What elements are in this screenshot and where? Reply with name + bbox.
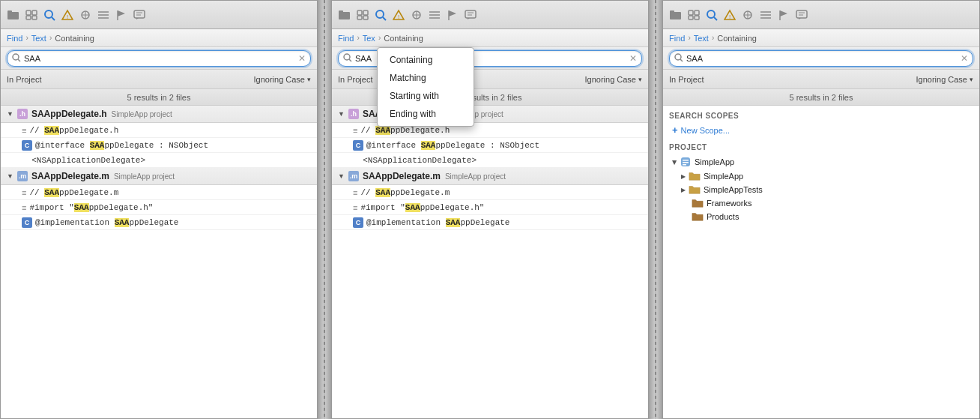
search-input-wrapper-left: ✕ bbox=[7, 50, 311, 67]
toolbar-msg-icon-m[interactable] bbox=[464, 8, 477, 22]
breadcrumb-find-r[interactable]: Find bbox=[669, 34, 685, 43]
filter-scope-left[interactable]: In Project bbox=[7, 75, 41, 84]
breadcrumb-containing-m: Containing bbox=[384, 34, 423, 43]
project-label: PROJECT bbox=[669, 143, 973, 151]
tree-label-products: Products bbox=[707, 212, 739, 221]
tree-triangle-tests: ▶ bbox=[681, 187, 686, 193]
doc-icon-m-2-2: ≡ bbox=[353, 203, 357, 212]
dropdown-item-matching[interactable]: Matching bbox=[378, 69, 474, 87]
tree-item-products[interactable]: Products bbox=[669, 210, 973, 223]
file-group-header-m[interactable]: ▼ .m SAAppDelegate.m SimpleApp project bbox=[1, 168, 317, 185]
filter-case-left[interactable]: Ignoring Case ▾ bbox=[254, 75, 312, 84]
tree-item-frameworks[interactable]: Frameworks bbox=[669, 196, 973, 210]
svg-rect-49 bbox=[670, 10, 674, 13]
toolbar-folder-icon[interactable] bbox=[7, 8, 20, 22]
toolbar-lines-icon-r[interactable] bbox=[759, 8, 772, 22]
result-item-m-2-3[interactable]: C @implementation SAAppDelegate bbox=[332, 215, 648, 230]
svg-rect-28 bbox=[357, 16, 362, 19]
result-item-m-2-1[interactable]: ≡ // SAAppDelegate.m bbox=[332, 185, 648, 200]
toolbar-diamond-icon[interactable] bbox=[79, 8, 92, 22]
toolbar-left: ! bbox=[1, 1, 317, 29]
file-name-h: SAAppDelegate.h bbox=[31, 109, 107, 119]
svg-point-22 bbox=[13, 54, 19, 60]
toolbar-flag-icon[interactable] bbox=[115, 8, 128, 22]
search-input-left[interactable] bbox=[24, 54, 297, 63]
results-list-left[interactable]: ▼ .h SAAppDelegate.h SimpleApp project ≡… bbox=[1, 106, 317, 418]
new-scope-item[interactable]: + New Scope... bbox=[669, 123, 973, 137]
toolbar-lines-icon-m[interactable] bbox=[428, 8, 441, 22]
new-scope-label[interactable]: New Scope... bbox=[681, 126, 730, 135]
tree-item-simpleapptests[interactable]: ▶ SimpleAppTests bbox=[669, 183, 973, 196]
result-item-1-2[interactable]: C @interface SAAppDelegate : NSObject bbox=[1, 138, 317, 153]
search-icon-m[interactable] bbox=[343, 53, 352, 64]
breadcrumb-find[interactable]: Find bbox=[7, 34, 22, 43]
toolbar-warn-icon-m[interactable]: ! bbox=[392, 8, 405, 22]
toolbar-search-icon-r[interactable] bbox=[705, 8, 719, 22]
breadcrumb-text[interactable]: Text bbox=[31, 34, 46, 43]
search-clear-middle[interactable]: ✕ bbox=[629, 53, 637, 64]
toolbar-diamond-icon-r[interactable] bbox=[741, 8, 754, 22]
result-item-1-1[interactable]: ≡ // SAAppDelegate.h bbox=[1, 123, 317, 138]
svg-rect-5 bbox=[32, 16, 37, 19]
dropdown-item-starting-with[interactable]: Starting with bbox=[378, 87, 474, 105]
folder-icon-tests bbox=[689, 184, 701, 195]
toolbar-grid-icon[interactable] bbox=[25, 8, 38, 22]
search-icon-left[interactable] bbox=[12, 53, 21, 64]
result-text-2-3: @implementation SAAppDelegate bbox=[35, 218, 178, 227]
toolbar-warn-icon-r[interactable]: ! bbox=[723, 8, 736, 22]
result-item-2-2[interactable]: ≡ #import "SAAppDelegate.h" bbox=[1, 200, 317, 215]
results-summary-left: 5 results in 2 files bbox=[1, 89, 317, 106]
dropdown-item-ending-with[interactable]: Ending with bbox=[378, 105, 474, 123]
result-item-m-2-2[interactable]: ≡ #import "SAAppDelegate.h" bbox=[332, 200, 648, 215]
group-triangle-m-m: ▼ bbox=[338, 172, 345, 180]
toolbar-flag-icon-r[interactable] bbox=[777, 8, 790, 22]
toolbar-flag-icon-m[interactable] bbox=[446, 8, 459, 22]
svg-marker-64 bbox=[780, 10, 787, 16]
file-group-header-m-m[interactable]: ▼ .m SAAppDelegate.m SimpleApp project bbox=[332, 168, 648, 185]
svg-point-46 bbox=[344, 54, 350, 60]
svg-rect-3 bbox=[32, 10, 37, 15]
result-item-2-3[interactable]: C @implementation SAAppDelegate bbox=[1, 215, 317, 230]
search-clear-left[interactable]: ✕ bbox=[298, 53, 306, 64]
search-input-right[interactable] bbox=[686, 54, 959, 63]
results-list-middle[interactable]: ▼ .h SAAppDelegate.h SimpleApp project ≡… bbox=[332, 106, 648, 418]
svg-rect-50 bbox=[689, 10, 693, 15]
breadcrumb-find-m[interactable]: Find bbox=[338, 34, 354, 43]
result-text-1-2: @interface SAAppDelegate : NSObject bbox=[35, 141, 208, 150]
result-item-1-3[interactable]: <NSApplicationDelegate> bbox=[1, 153, 317, 168]
toolbar-diamond-icon-m[interactable] bbox=[410, 8, 423, 22]
toolbar-msg-icon[interactable] bbox=[133, 8, 146, 22]
toolbar-grid-icon-r[interactable] bbox=[687, 8, 701, 22]
filter-scope-middle[interactable]: In Project bbox=[338, 75, 372, 84]
result-item-m-1-2[interactable]: C @interface SAAppDelegate : NSObject bbox=[332, 138, 648, 153]
toolbar-lines-icon[interactable] bbox=[97, 8, 110, 22]
toolbar-msg-icon-r[interactable] bbox=[795, 8, 808, 22]
toolbar-grid-icon-m[interactable] bbox=[356, 8, 369, 22]
results-list-right: SEARCH SCOPES + New Scope... PROJECT ▶ S… bbox=[663, 106, 979, 418]
toolbar-search-icon[interactable] bbox=[43, 8, 56, 22]
toolbar-right: ! bbox=[663, 1, 979, 29]
filter-case-middle[interactable]: Ignoring Case ▾ bbox=[585, 75, 643, 84]
panel-left: ! Find › Text › Containing ✕ bbox=[0, 0, 318, 419]
svg-point-30 bbox=[376, 10, 384, 18]
filter-case-right[interactable]: Ignoring Case ▾ bbox=[916, 75, 974, 84]
result-item-2-1[interactable]: ≡ // SAAppDelegate.m bbox=[1, 185, 317, 200]
breadcrumb-text-m[interactable]: Tex bbox=[363, 34, 375, 43]
folder-icon-products bbox=[692, 211, 704, 222]
search-clear-right[interactable]: ✕ bbox=[961, 53, 968, 64]
filter-scope-right[interactable]: In Project bbox=[669, 75, 704, 84]
toolbar-folder-icon-r[interactable] bbox=[669, 8, 683, 22]
toolbar-search-icon-m[interactable] bbox=[374, 8, 387, 22]
search-icon-r[interactable] bbox=[674, 53, 683, 64]
toolbar-warn-icon[interactable]: ! bbox=[61, 8, 74, 22]
svg-line-7 bbox=[52, 17, 55, 20]
breadcrumb-text-r[interactable]: Text bbox=[694, 34, 709, 43]
search-bar-right: ✕ bbox=[663, 47, 979, 70]
toolbar-folder-icon-m[interactable] bbox=[338, 8, 351, 22]
tree-item-simpleapp-folder[interactable]: ▶ SimpleApp bbox=[669, 169, 973, 183]
doc-icon-m-1-1: ≡ bbox=[353, 126, 357, 135]
file-group-header-h[interactable]: ▼ .h SAAppDelegate.h SimpleApp project bbox=[1, 106, 317, 123]
result-item-m-1-3[interactable]: <NSApplicationDelegate> bbox=[332, 153, 648, 168]
dropdown-item-containing[interactable]: Containing bbox=[378, 51, 474, 69]
tree-item-simpleapp-root[interactable]: ▶ SimpleApp bbox=[669, 154, 973, 169]
